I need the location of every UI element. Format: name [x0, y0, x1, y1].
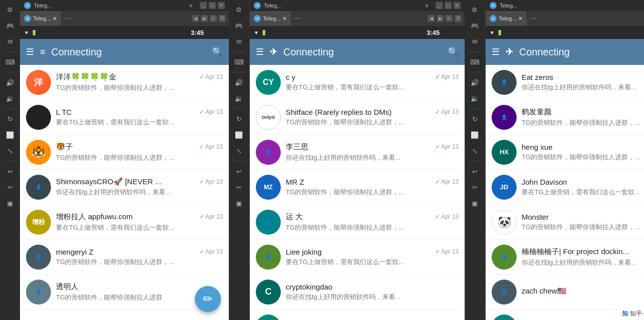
- chat-item-3-6[interactable]: 👤 楠楠楠楠子| For project dockin... ✓ Apr 13 …: [486, 240, 644, 275]
- nav-back-2[interactable]: ◀: [428, 15, 435, 22]
- menu-icon-2[interactable]: ☰: [256, 46, 264, 57]
- chat-item-2-8[interactable]: AI AI: [250, 310, 465, 320]
- chat-item-1-5[interactable]: 增粉 增粉拉人 appfuwu.com ✓ Apr 13 要在TG上做营销，需有…: [20, 205, 229, 240]
- chat-item-1-3[interactable]: 🐯 🐯子 ✓ Apr 13 TG的营销软件，能帮你强制拉人进群，...: [20, 135, 229, 170]
- close-btn-1[interactable]: ✕: [218, 2, 225, 9]
- rt-gamepad-btn[interactable]: 🎮: [466, 18, 483, 33]
- rt-vol-dn-btn[interactable]: 🔉: [466, 91, 483, 106]
- mid-sep-4: [233, 161, 245, 161]
- compose-fab-1[interactable]: ✏: [195, 286, 221, 312]
- nav-fwd-1[interactable]: ▶: [201, 15, 208, 22]
- mid-screen-btn[interactable]: ⬜: [230, 127, 247, 142]
- mid-vol-up-btn[interactable]: 🔊: [230, 75, 247, 90]
- avatar-3-7: 👤: [492, 280, 517, 305]
- tab-fav-1: ✈: [24, 15, 31, 22]
- menu-icon-3[interactable]: ☰: [492, 46, 500, 57]
- chat-name-3-2: 鹤发童颜: [522, 107, 552, 117]
- chat-item-1-2[interactable]: L TC ✓ Apr 13 要在TG上做营销，需有我们这么一套软...: [20, 100, 229, 135]
- keyboard-btn[interactable]: ⌨: [1, 54, 18, 69]
- rt-settings-btn[interactable]: ⚙: [466, 2, 483, 17]
- rt-cut-btn[interactable]: ✂: [466, 180, 483, 195]
- chat-item-3-4[interactable]: JD John Davison ✓ Apr 13 要在TG上做营销，需有我们这么…: [486, 170, 644, 205]
- chat-item-1-6[interactable]: 👤 mengeryi Z ✓ Apr 13 TG的营销软件，能帮你强制拉人进群，…: [20, 240, 229, 275]
- chat-item-3-5[interactable]: 🐼 Monster ✓ Apr 13 TG的营销软件，能帮你强制拉人进群，...: [486, 205, 644, 240]
- title-text-2: Teleg...: [264, 2, 422, 8]
- mid-resize-btn[interactable]: ⤡: [230, 143, 247, 158]
- maximize-btn-1[interactable]: □: [209, 2, 216, 9]
- telegram-panel-3: ✈ Teleg... ✕ _ □ ✕ ✈ Teleg... ✕ ⋯ ◀ ▶ ↻ …: [485, 0, 644, 320]
- minimize-btn-2[interactable]: _: [436, 2, 443, 9]
- search-icon-2[interactable]: 🔍: [448, 46, 459, 57]
- mid-grid-btn[interactable]: ▣: [230, 196, 247, 211]
- close-btn-2[interactable]: ✕: [454, 2, 461, 9]
- chat-item-2-4[interactable]: MZ MR Z ✓ Apr 13 TG的营销软件，能帮你强制拉人进群，...: [250, 170, 465, 205]
- rt-grid-btn[interactable]: ▣: [466, 196, 483, 211]
- menu-2[interactable]: ☰: [455, 15, 462, 22]
- mid-email-btn[interactable]: ✉: [230, 34, 247, 49]
- chat-item-1-4[interactable]: 👤 ShimonsaysCRO🚀 [NEVER D... ✓ Apr 13 你还…: [20, 170, 229, 205]
- settings-btn[interactable]: ⚙: [1, 2, 18, 17]
- gamepad-btn[interactable]: 🎮: [1, 18, 18, 33]
- nav-fwd-2[interactable]: ▶: [437, 15, 444, 22]
- telegram-panel-2: ✈ Teleg... ✕ _ □ ✕ ✈ Teleg... ✕ ⋯ ◀ ▶ ↻ …: [249, 0, 465, 320]
- rt-resize-btn[interactable]: ⤡: [466, 143, 483, 158]
- chat-content-1-3: 🐯子 ✓ Apr 13 TG的营销软件，能帮你强制拉人进群，...: [56, 142, 223, 162]
- refresh-1[interactable]: ↻: [210, 15, 217, 22]
- tab-fav-3: ✈: [490, 15, 497, 22]
- tab-3[interactable]: ✈ Teleg... ✕: [486, 11, 527, 26]
- tab-bar-1: ✈ Teleg... ✕ ⋯ ◀ ▶ ↻ ☰: [20, 11, 229, 26]
- telegram-panel-1: ✈ Teleg... ✕ _ □ ✕ ✈ Teleg... ✕ ⋯ ◀ ▶ ↻ …: [20, 0, 229, 320]
- chat-content-1-4: ShimonsaysCRO🚀 [NEVER D... ✓ Apr 13 你还在找…: [56, 177, 223, 197]
- chat-preview-3-2: TG的营销软件，能帮你强制拉人进群，...: [522, 118, 644, 127]
- mid-back-btn[interactable]: ↩: [230, 164, 247, 179]
- chat-item-2-1[interactable]: CY c y ✓ Apr 13 要在TG上做营销，需有我们这么一套软...: [250, 65, 465, 100]
- chat-item-3-2[interactable]: 👤 鹤发童颜 ✓ Apr 13 TG的营销软件，能帮你强制拉人进群，...: [486, 100, 644, 135]
- back-btn[interactable]: ↩: [1, 164, 18, 179]
- rt-screen-btn[interactable]: ⬜: [466, 127, 483, 142]
- maximize-btn-2[interactable]: □: [445, 2, 452, 9]
- mid-cut-btn[interactable]: ✂: [230, 180, 247, 195]
- mid-gamepad-btn[interactable]: 🎮: [230, 18, 247, 33]
- nav-back-1[interactable]: ◀: [192, 15, 199, 22]
- tab-1[interactable]: ✈ Teleg... ✕: [20, 11, 61, 26]
- chat-item-3-3[interactable]: HX heng xue ✓ Apr 13 TG的营销软件，能帮你强制拉人进群，.…: [486, 135, 644, 170]
- menu-1[interactable]: ☰: [219, 15, 226, 22]
- chat-item-3-1[interactable]: 👤 Eat zeros ✓ Apr 13 你还在找tg上好用的营销软件吗，来看.…: [486, 65, 644, 100]
- watermark: 知 知乎·海外营销系统: [617, 308, 644, 320]
- rt-keyboard-btn[interactable]: ⌨: [466, 54, 483, 69]
- minimize-btn-1[interactable]: _: [200, 2, 207, 9]
- rt-back-btn[interactable]: ↩: [466, 164, 483, 179]
- email-btn[interactable]: ✉: [1, 34, 18, 49]
- volume-down-btn[interactable]: 🔉: [1, 91, 18, 106]
- chat-item-2-3[interactable]: 👤 李三思 ✓ Apr 13 你还在找tg上好用的营销软件吗，来看...: [250, 135, 465, 170]
- chat-top-2-3: 李三思 ✓ Apr 13: [286, 142, 459, 152]
- chat-item-2-5[interactable]: 👤 运 大 ✓ Apr 13 TG的营销软件，能帮你强制拉人进群，...: [250, 205, 465, 240]
- menu-icon-1[interactable]: ☰: [26, 46, 34, 57]
- chat-time-2-4: ✓ Apr 13: [435, 178, 459, 185]
- rt-rotate-btn[interactable]: ↻: [466, 111, 483, 126]
- chat-item-2-6[interactable]: 👤 Liee joking ✓ Apr 13 要在TG上做营销，需有我们这么一套…: [250, 240, 465, 275]
- resize-btn[interactable]: ⤡: [1, 143, 18, 158]
- mid-settings-btn[interactable]: ⚙: [230, 2, 247, 17]
- screenshot-btn[interactable]: ⬜: [1, 127, 18, 142]
- refresh-2[interactable]: ↻: [446, 15, 453, 22]
- grid-btn[interactable]: ▣: [1, 196, 18, 211]
- chat-item-2-7[interactable]: C cryptokingdao 你还在找tg上好用的营销软件吗，来看...: [250, 275, 465, 310]
- chat-item-2-2[interactable]: OnlyG Shitface (Rarely replies to DMs) ✓…: [250, 100, 465, 135]
- status-time-1: 3:45: [191, 29, 204, 36]
- mid-vol-dn-btn[interactable]: 🔉: [230, 91, 247, 106]
- mid-keyboard-btn[interactable]: ⌨: [230, 54, 247, 69]
- search-icon-1[interactable]: 🔍: [212, 46, 223, 57]
- chat-top-3-6: 楠楠楠楠子| For project dockin... ✓ Apr 13: [522, 247, 644, 257]
- chat-item-1-1[interactable]: 洋 洋洋🍀🍀🍀🍀金 ✓ Apr 13 TG的营销软件，能帮你强制拉人进群，...: [20, 65, 229, 100]
- rt-email-btn[interactable]: ✉: [466, 34, 483, 49]
- volume-up-btn[interactable]: 🔊: [1, 75, 18, 90]
- cut-btn[interactable]: ✂: [1, 180, 18, 195]
- tab-2[interactable]: ✈ Teleg... ✕: [250, 11, 291, 26]
- rotate-btn[interactable]: ↻: [1, 111, 18, 126]
- rt-vol-up-btn[interactable]: 🔊: [466, 75, 483, 90]
- avatar-1-5: 增粉: [26, 210, 51, 235]
- chat-top-3-7: zach chew🇺🇸 ✓ Apr 13: [522, 287, 644, 296]
- mid-rotate-btn[interactable]: ↻: [230, 111, 247, 126]
- chat-item-3-7[interactable]: 👤 zach chew🇺🇸 ✓ Apr 13: [486, 275, 644, 310]
